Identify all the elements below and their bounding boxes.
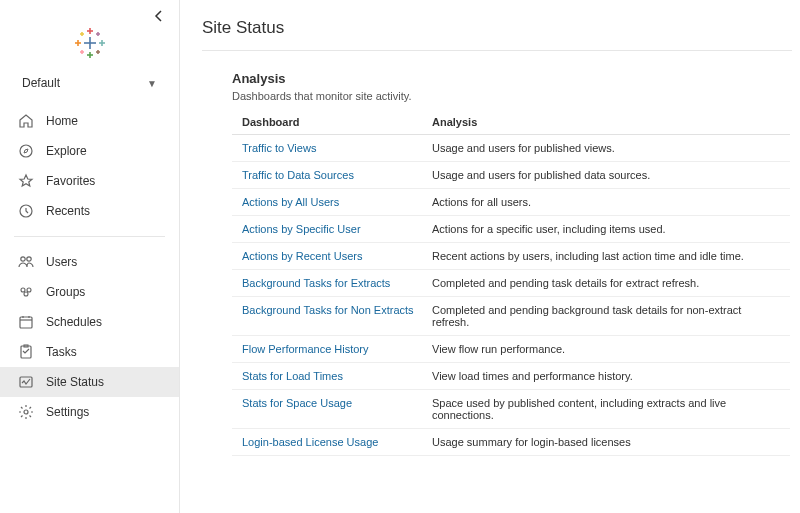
sidebar-item-label: Home	[46, 114, 78, 128]
sidebar-item-label: Site Status	[46, 375, 104, 389]
chevron-left-icon	[151, 8, 167, 24]
sidebar-item-label: Tasks	[46, 345, 77, 359]
nav-section-primary: Home Explore Favorites Recents	[0, 102, 179, 230]
table-row: Background Tasks for Non ExtractsComplet…	[232, 297, 790, 336]
dashboard-link[interactable]: Actions by Specific User	[242, 223, 432, 235]
svg-point-23	[27, 288, 31, 292]
sidebar-item-label: Groups	[46, 285, 85, 299]
dashboard-link[interactable]: Login-based License Usage	[242, 436, 432, 448]
svg-point-32	[24, 410, 28, 414]
column-header-analysis: Analysis	[432, 116, 780, 128]
svg-point-24	[24, 292, 28, 296]
svg-point-22	[21, 288, 25, 292]
table-header: Dashboard Analysis	[232, 110, 790, 135]
table-row: Traffic to Data SourcesUsage and users f…	[232, 162, 790, 189]
table-row: Flow Performance HistoryView flow run pe…	[232, 336, 790, 363]
page-title: Site Status	[202, 18, 792, 51]
groups-icon	[18, 284, 34, 300]
dashboard-link[interactable]: Actions by Recent Users	[242, 250, 432, 262]
dashboard-link[interactable]: Traffic to Data Sources	[242, 169, 432, 181]
sidebar-item-label: Explore	[46, 144, 87, 158]
table-row: Actions by All UsersActions for all user…	[232, 189, 790, 216]
dashboard-description: View load times and performance history.	[432, 370, 780, 382]
home-icon	[18, 113, 34, 129]
site-selector[interactable]: Default ▼	[0, 68, 179, 102]
sidebar-item-label: Schedules	[46, 315, 102, 329]
site-label: Default	[22, 76, 60, 90]
table-row: Stats for Load TimesView load times and …	[232, 363, 790, 390]
dashboard-link[interactable]: Stats for Load Times	[242, 370, 432, 382]
main-content: Site Status Analysis Dashboards that mon…	[180, 0, 800, 513]
table-row: Traffic to ViewsUsage and users for publ…	[232, 135, 790, 162]
sidebar-item-recents[interactable]: Recents	[0, 196, 179, 226]
table-row: Stats for Space UsageSpace used by publi…	[232, 390, 790, 429]
sidebar: Default ▼ Home Explore Favorites Recents…	[0, 0, 180, 513]
dashboard-description: Completed and pending background task de…	[432, 304, 780, 328]
status-icon	[18, 374, 34, 390]
section-description: Dashboards that monitor site activity.	[232, 90, 800, 102]
sidebar-item-schedules[interactable]: Schedules	[0, 307, 179, 337]
sidebar-item-label: Users	[46, 255, 77, 269]
svg-point-18	[20, 145, 32, 157]
dashboard-description: View flow run performance.	[432, 343, 780, 355]
dashboard-description: Usage and users for published data sourc…	[432, 169, 780, 181]
collapse-sidebar-button[interactable]	[151, 8, 167, 24]
dashboard-description: Actions for a specific user, including i…	[432, 223, 780, 235]
tableau-logo-icon	[75, 28, 105, 58]
dashboard-link[interactable]: Background Tasks for Non Extracts	[242, 304, 432, 316]
sidebar-item-users[interactable]: Users	[0, 247, 179, 277]
caret-down-icon: ▼	[147, 78, 157, 89]
dashboard-link[interactable]: Background Tasks for Extracts	[242, 277, 432, 289]
sidebar-item-tasks[interactable]: Tasks	[0, 337, 179, 367]
dashboard-link[interactable]: Traffic to Views	[242, 142, 432, 154]
sidebar-item-groups[interactable]: Groups	[0, 277, 179, 307]
sidebar-item-label: Settings	[46, 405, 89, 419]
dashboard-description: Recent actions by users, including last …	[432, 250, 780, 262]
dashboard-description: Actions for all users.	[432, 196, 780, 208]
nav-section-admin: Users Groups Schedules Tasks Site Status…	[0, 243, 179, 431]
table-row: Actions by Specific UserActions for a sp…	[232, 216, 790, 243]
dashboard-description: Space used by published content, includi…	[432, 397, 780, 421]
svg-rect-25	[20, 317, 32, 328]
compass-icon	[18, 143, 34, 159]
users-icon	[18, 254, 34, 270]
table-row: Background Tasks for ExtractsCompleted a…	[232, 270, 790, 297]
svg-point-21	[27, 257, 31, 261]
table-row: Login-based License UsageUsage summary f…	[232, 429, 790, 456]
svg-rect-31	[20, 377, 32, 387]
dashboard-description: Usage summary for login-based licenses	[432, 436, 780, 448]
clock-icon	[18, 203, 34, 219]
sidebar-item-home[interactable]: Home	[0, 106, 179, 136]
column-header-dashboard: Dashboard	[242, 116, 432, 128]
dashboards-table: Dashboard Analysis Traffic to ViewsUsage…	[232, 110, 790, 456]
dashboard-description: Completed and pending task details for e…	[432, 277, 780, 289]
sidebar-item-favorites[interactable]: Favorites	[0, 166, 179, 196]
sidebar-item-site-status[interactable]: Site Status	[0, 367, 179, 397]
section-title: Analysis	[232, 71, 800, 86]
sidebar-item-label: Recents	[46, 204, 90, 218]
gear-icon	[18, 404, 34, 420]
sidebar-item-settings[interactable]: Settings	[0, 397, 179, 427]
sidebar-item-label: Favorites	[46, 174, 95, 188]
tasks-icon	[18, 344, 34, 360]
sidebar-item-explore[interactable]: Explore	[0, 136, 179, 166]
table-row: Actions by Recent UsersRecent actions by…	[232, 243, 790, 270]
sidebar-divider	[14, 236, 165, 237]
calendar-icon	[18, 314, 34, 330]
star-icon	[18, 173, 34, 189]
svg-point-20	[21, 257, 25, 261]
dashboard-link[interactable]: Actions by All Users	[242, 196, 432, 208]
dashboard-link[interactable]: Stats for Space Usage	[242, 397, 432, 409]
dashboard-link[interactable]: Flow Performance History	[242, 343, 432, 355]
dashboard-description: Usage and users for published views.	[432, 142, 780, 154]
